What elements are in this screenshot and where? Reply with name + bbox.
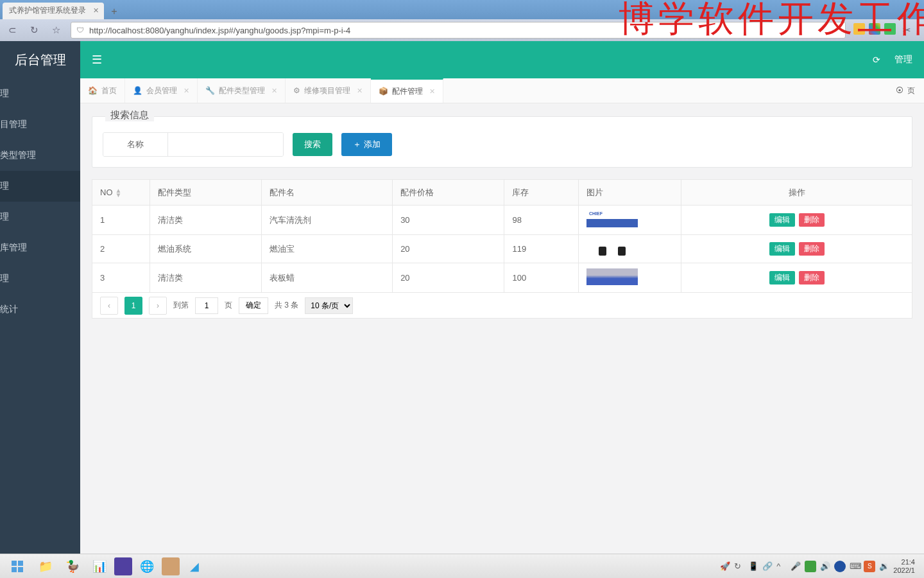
url-bar[interactable]: 🛡 http://localhost:8080/yanghu/index.jsp… [71, 22, 846, 39]
system-clock[interactable]: 21:4 2022/1 [893, 558, 920, 575]
browser-tabstrip: 式养护馆管理系统登录 ✕ + [0, 0, 924, 19]
favorite-button[interactable]: ☆ [49, 23, 63, 37]
delete-button[interactable]: 删除 [799, 242, 825, 256]
taskbar-app-icon[interactable]: 📁 [33, 556, 58, 577]
taskbar-app-icon[interactable]: ◢ [182, 556, 207, 577]
taskbar-app-icon[interactable] [162, 557, 180, 575]
parts-table: NO▲▼配件类型配件名配件价格库存图片操作 1清洁类汽车清洗剂3098编辑删除2… [92, 179, 912, 293]
cell-name: 汽车清洗剂 [262, 206, 393, 235]
sidebar-logo: 后台管理 [0, 41, 80, 78]
prev-page-button[interactable]: ‹ [100, 297, 118, 315]
back-button[interactable]: ⊂ [5, 23, 19, 37]
edit-button[interactable]: 编辑 [769, 242, 795, 256]
tray-icon[interactable] [805, 561, 816, 572]
next-page-button[interactable]: › [149, 297, 167, 315]
refresh-icon[interactable]: ⟳ [873, 55, 880, 65]
close-icon[interactable]: ✕ [271, 87, 277, 95]
tray-phone-icon[interactable]: 📱 [748, 561, 758, 572]
tray-volume2-icon[interactable]: 🔉 [879, 561, 889, 572]
sidebar-item[interactable]: 理 [0, 202, 80, 232]
reload-button[interactable]: ↻ [27, 23, 41, 37]
ext-icon[interactable] [884, 23, 896, 35]
sidebar-item[interactable]: 类型管理 [0, 140, 80, 171]
cell-price: 20 [393, 263, 504, 293]
cell-no: 1 [92, 206, 150, 235]
name-input[interactable] [167, 133, 283, 156]
page-number-button[interactable]: 1 [124, 297, 142, 315]
taskbar-app-icon[interactable]: 📊 [87, 556, 112, 577]
tab-icon: ⚙ [293, 86, 300, 95]
sidebar-item[interactable]: 统计 [0, 294, 80, 325]
pagesize-select[interactable]: 10 条/页 [305, 297, 353, 314]
tray-ime-icon[interactable]: S [864, 561, 875, 572]
page-tab[interactable]: 👤会员管理✕ [125, 78, 198, 103]
close-icon[interactable]: ✕ [429, 87, 435, 96]
delete-button[interactable]: 删除 [799, 213, 825, 227]
tab-icon: 🔧 [205, 86, 215, 95]
user-label[interactable]: 管理 [894, 54, 912, 66]
add-button[interactable]: ＋ 添加 [341, 133, 392, 156]
sidebar-item[interactable]: 库管理 [0, 232, 80, 263]
close-icon[interactable]: ✕ [184, 87, 189, 95]
cell-type: 清洁类 [150, 206, 262, 235]
sidebar-item[interactable]: 目管理 [0, 109, 80, 140]
tab-label: 配件管理 [392, 86, 423, 97]
tab-icon: 🏠 [88, 86, 98, 95]
cell-stock: 98 [504, 206, 579, 235]
close-icon[interactable]: ✕ [357, 87, 363, 95]
tray-chevron-icon[interactable]: ^ [776, 561, 787, 572]
total-label: 共 3 条 [275, 300, 298, 311]
tray-mic-icon[interactable]: 🎤 [791, 561, 801, 572]
tray-rocket-icon[interactable]: 🚀 [720, 561, 730, 572]
browser-tab[interactable]: 式养护馆管理系统登录 ✕ [3, 3, 104, 19]
tray-volume-icon[interactable]: 🔊 [820, 561, 830, 572]
close-icon[interactable]: ✕ [93, 6, 99, 15]
page-tab[interactable]: ⚙维修项目管理✕ [286, 78, 371, 103]
topbar: ☰ ⟳ 管理 [80, 41, 924, 78]
goto-input[interactable] [195, 297, 218, 314]
taskbar-app-icon[interactable]: 🌐 [135, 556, 159, 577]
search-button[interactable]: 搜索 [293, 133, 332, 156]
tray-sync-icon[interactable]: ↻ [734, 561, 744, 572]
goto-suffix: 页 [225, 300, 232, 311]
sidebar: 后台管理 理目管理类型管理理理库管理理统计 [0, 41, 80, 554]
sort-icon[interactable]: ▲▼ [116, 188, 122, 197]
ext-icon[interactable] [853, 23, 865, 35]
edit-button[interactable]: 编辑 [769, 271, 795, 285]
start-button[interactable] [4, 556, 31, 577]
table-row: 3清洁类表板蜡20100编辑删除 [92, 263, 912, 293]
thumbnail [586, 211, 638, 227]
col-header[interactable]: NO▲▼ [92, 180, 150, 206]
thumbnail [586, 268, 638, 285]
cell-no: 2 [92, 235, 150, 263]
taskbar-app-icon[interactable]: 🦆 [60, 556, 85, 577]
page-tab[interactable]: 🏠首页 [80, 78, 125, 103]
add-label: 添加 [364, 139, 381, 150]
taskbar-app-icon[interactable] [114, 557, 132, 575]
sidebar-item[interactable]: 理 [0, 171, 80, 202]
tray-keyboard-icon[interactable]: ⌨ [850, 561, 860, 572]
page-tab[interactable]: 🔧配件类型管理✕ [198, 78, 286, 103]
search-panel: 搜索信息 名称 搜索 ＋ 添加 [92, 116, 912, 168]
table-row: 2燃油系统燃油宝20119编辑删除 [92, 235, 912, 263]
name-label: 名称 [103, 133, 167, 156]
taskbar-left: 📁 🦆 📊 🌐 ◢ [4, 556, 207, 577]
sidebar-item[interactable]: 理 [0, 78, 80, 109]
edit-button[interactable]: 编辑 [769, 213, 795, 227]
cell-stock: 119 [504, 235, 579, 263]
tray-qq-icon[interactable] [834, 561, 846, 572]
delete-button[interactable]: 删除 [799, 271, 825, 285]
tab-overflow[interactable]: ⦿ 页 [896, 78, 924, 103]
name-input-group: 名称 [103, 132, 284, 157]
ext-icon[interactable] [869, 23, 880, 35]
target-icon: ⦿ [896, 86, 903, 95]
sidebar-item[interactable]: 理 [0, 263, 80, 294]
svg-rect-0 [12, 561, 17, 566]
cell-image [579, 206, 681, 235]
tray-link-icon[interactable]: 🔗 [762, 561, 773, 572]
page-tab[interactable]: 📦配件管理✕ [371, 78, 443, 103]
new-tab-button[interactable]: + [107, 4, 122, 19]
goto-confirm-button[interactable]: 确定 [239, 297, 268, 314]
menu-toggle-icon[interactable]: ☰ [92, 53, 102, 67]
scissors-icon[interactable]: ✂ [900, 23, 914, 37]
